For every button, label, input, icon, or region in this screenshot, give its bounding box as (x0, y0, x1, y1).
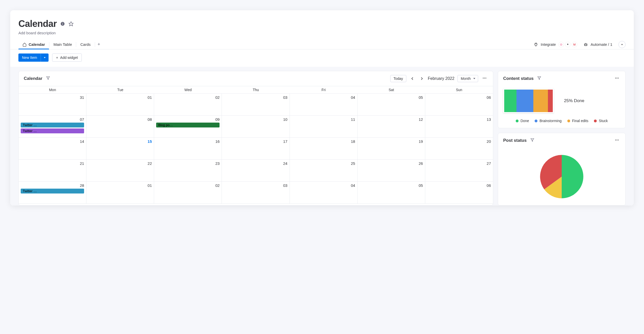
cell-date: 02 (156, 95, 220, 100)
calendar-cell[interactable]: 22 (86, 160, 154, 182)
calendar-cell[interactable]: 27 (425, 160, 493, 182)
cell-date: 31 (21, 95, 84, 100)
add-widget-button[interactable]: + Add widget (52, 53, 82, 62)
stack-segment (533, 90, 548, 112)
content-status-more-button[interactable] (614, 75, 620, 82)
new-item-dropdown[interactable] (41, 53, 49, 62)
calendar-cell[interactable]: 08 (86, 116, 154, 138)
calendar-grid: 3101020304050607Twitter …Twitter …0809Bl… (19, 93, 493, 204)
action-row: New Item + Add widget (10, 49, 634, 67)
calendar-cell[interactable]: 20 (425, 138, 493, 160)
calendar-cell[interactable]: 28Twitter … (19, 182, 86, 204)
svg-point-6 (586, 45, 586, 45)
calendar-cell[interactable]: 21 (19, 160, 86, 182)
calendar-cell[interactable]: 19 (358, 138, 425, 160)
add-tab-button[interactable]: + (95, 40, 103, 49)
weekday-header: Fri (290, 86, 358, 93)
calendar-cell[interactable]: 02 (154, 94, 222, 116)
legend-label: Done (521, 119, 529, 123)
calendar-cell[interactable]: 03 (222, 182, 290, 204)
robot-icon (583, 42, 588, 47)
calendar-cell[interactable]: 10 (222, 116, 290, 138)
legend-item: Done (516, 119, 529, 123)
calendar-cell[interactable]: 05 (358, 94, 425, 116)
weekday-header: Wed (154, 86, 222, 93)
calendar-cell[interactable]: 12 (358, 116, 425, 138)
view-select[interactable]: Month (457, 75, 478, 82)
weekday-header: Thu (222, 86, 290, 93)
star-icon[interactable] (68, 21, 74, 26)
cell-date: 02 (156, 183, 220, 188)
integrate-button[interactable]: Integrate ◎ ✦ M (534, 42, 577, 47)
cell-date: 08 (88, 117, 152, 122)
calendar-event[interactable]: Blog po… (156, 123, 220, 127)
svg-marker-7 (44, 57, 46, 58)
tab-label: Calendar (29, 42, 45, 47)
today-button[interactable]: Today (390, 75, 406, 82)
app-window: Calendar Add board description CalendarM… (10, 10, 634, 206)
calendar-cell[interactable]: 16 (154, 138, 222, 160)
tab-label: Cards (80, 42, 90, 47)
legend-dot (594, 120, 597, 122)
cell-date: 06 (427, 183, 491, 188)
dashboard-area: Calendar Today February 2022 Month (10, 67, 634, 206)
content-status-chart[interactable] (503, 89, 554, 113)
prev-month-button[interactable] (409, 76, 416, 82)
filter-icon[interactable] (537, 76, 541, 81)
calendar-cell[interactable]: 01 (86, 182, 154, 204)
cell-date: 15 (88, 139, 152, 144)
automate-button[interactable]: Automate / 1 (583, 42, 612, 47)
post-status-chart[interactable] (538, 153, 585, 200)
calendar-event[interactable]: Twitter … (21, 128, 84, 133)
calendar-cell[interactable]: 02 (154, 182, 222, 204)
new-item-button[interactable]: New Item (18, 53, 41, 62)
calendar-cell[interactable]: 25 (290, 160, 358, 182)
calendar-cell[interactable]: 17 (222, 138, 290, 160)
tab-calendar[interactable]: Calendar (18, 40, 49, 49)
calendar-cell[interactable]: 26 (358, 160, 425, 182)
calendar-cell[interactable]: 04 (290, 94, 358, 116)
calendar-event[interactable]: Twitter … (21, 123, 84, 127)
calendar-cell[interactable]: 09Blog po… (154, 116, 222, 138)
filter-icon[interactable] (46, 76, 50, 81)
info-icon[interactable] (60, 21, 65, 26)
tab-cards[interactable]: Cards (76, 40, 95, 49)
calendar-cell[interactable]: 03 (222, 94, 290, 116)
cell-date: 26 (360, 161, 423, 166)
plug-icon (534, 42, 538, 47)
cell-date: 14 (21, 139, 84, 144)
stack-segment (504, 90, 516, 112)
calendar-cell[interactable]: 18 (290, 138, 358, 160)
calendar-cell[interactable]: 14 (19, 138, 86, 160)
calendar-cell[interactable]: 23 (154, 160, 222, 182)
next-month-button[interactable] (419, 76, 425, 82)
calendar-cell[interactable]: 06 (425, 182, 493, 204)
svg-marker-8 (47, 77, 50, 80)
calendar-event[interactable]: Twitter … (21, 189, 84, 193)
tab-label: Main Table (53, 42, 72, 47)
calendar-cell[interactable]: 07Twitter …Twitter … (19, 116, 86, 138)
calendar-cell[interactable]: 04 (290, 182, 358, 204)
filter-icon[interactable] (530, 138, 534, 143)
calendar-cell[interactable]: 15 (86, 138, 154, 160)
weekday-header: Mon (19, 86, 86, 93)
calendar-cell[interactable]: 05 (358, 182, 425, 204)
post-status-more-button[interactable] (614, 137, 620, 144)
content-status-done-label: 25% Done (564, 98, 584, 103)
calendar-cell[interactable]: 31 (19, 94, 86, 116)
calendar-cell[interactable]: 06 (425, 94, 493, 116)
integration-icons: ◎ ✦ M (558, 42, 577, 47)
calendar-cell[interactable]: 01 (86, 94, 154, 116)
content-status-panel: Content status 25% Done (498, 71, 626, 128)
calendar-cell[interactable]: 11 (290, 116, 358, 138)
calendar-cell[interactable]: 24 (222, 160, 290, 182)
tab-main-table[interactable]: Main Table (49, 40, 76, 49)
svg-marker-12 (538, 77, 541, 80)
calendar-cell[interactable]: 13 (425, 116, 493, 138)
calendar-more-button[interactable] (481, 75, 488, 82)
collapse-header-button[interactable] (618, 41, 626, 48)
calendar-panel: Calendar Today February 2022 Month (18, 71, 493, 206)
content-status-legend: DoneBrainstormingFinal editsStuck (503, 119, 620, 123)
board-description[interactable]: Add board description (18, 31, 626, 35)
tabs-right: Integrate ◎ ✦ M Automate / 1 (534, 41, 626, 48)
